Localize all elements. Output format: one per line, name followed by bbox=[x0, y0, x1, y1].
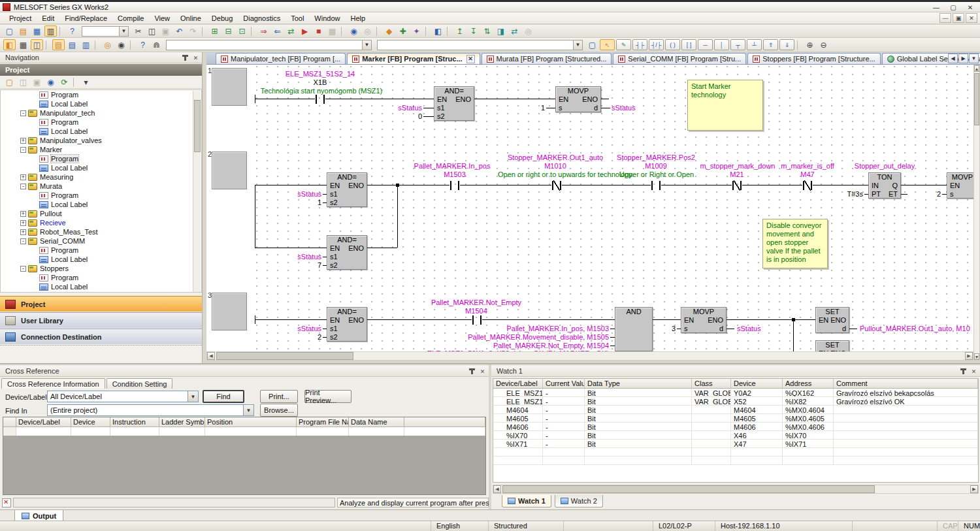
tree-resize-grip[interactable] bbox=[0, 345, 202, 347]
sort-icon[interactable]: ▾ bbox=[80, 77, 92, 88]
device-batch-icon[interactable]: ▦ bbox=[326, 25, 338, 37]
copy-data-icon[interactable]: ◫ bbox=[17, 77, 29, 88]
copy-icon[interactable]: ◫ bbox=[146, 25, 158, 37]
doc-tab[interactable]: Murata [FB] Program [Structured... ✕ bbox=[482, 53, 612, 64]
tree-expander[interactable]: - bbox=[20, 184, 26, 189]
input-var[interactable]: sStatus bbox=[285, 325, 321, 332]
ladder-editor[interactable]: 1 2 3 ELE_MSZ1_51S2_14 X1B Technológia s… bbox=[206, 65, 973, 351]
toolbar-separator[interactable] bbox=[251, 27, 255, 36]
device-comment[interactable]: Open or right or to upwards for technolo… bbox=[498, 170, 618, 178]
label-setting-icon[interactable]: ✦ bbox=[410, 25, 423, 37]
save-project-icon[interactable]: ▦ bbox=[31, 25, 43, 37]
watch-hscrollbar[interactable]: ◀ ▶ bbox=[493, 485, 979, 494]
zoom-out-icon[interactable]: ⊖ bbox=[817, 39, 830, 50]
scroll-left-icon[interactable]: ◀ bbox=[207, 352, 215, 360]
ladder-edit-up-icon[interactable]: ↥ bbox=[453, 25, 466, 37]
toolbar-separator[interactable] bbox=[341, 27, 345, 36]
tree-item[interactable]: Local Label bbox=[1, 282, 201, 291]
pin-icon[interactable] bbox=[959, 367, 968, 376]
note-display-icon[interactable]: ▥ bbox=[80, 39, 92, 50]
fb-exchange-icon[interactable]: ⇄ bbox=[508, 25, 521, 37]
browse-button[interactable]: Browse... bbox=[260, 404, 298, 417]
input-var[interactable]: sStatus bbox=[285, 253, 321, 261]
application-instruction-icon[interactable]: [ ] bbox=[681, 39, 696, 50]
device-label[interactable]: M47 bbox=[781, 170, 834, 178]
hscroll-thumb[interactable] bbox=[216, 352, 353, 360]
menu-item[interactable]: Online bbox=[175, 13, 206, 24]
undo-icon[interactable]: ↶ bbox=[173, 25, 186, 37]
input-const[interactable]: 2 bbox=[285, 333, 321, 341]
new-data-icon[interactable]: ▢ bbox=[3, 77, 16, 88]
input-const[interactable]: 1 bbox=[527, 104, 545, 112]
fb-insert-icon[interactable]: ◨ bbox=[495, 25, 507, 37]
tree-scrollbar[interactable] bbox=[193, 91, 201, 292]
maximize-button[interactable]: ▢ bbox=[945, 3, 962, 12]
scroll-up-icon[interactable]: ▲ bbox=[974, 65, 979, 72]
device-comment-display-icon[interactable]: ▤ bbox=[52, 39, 65, 50]
watch-row[interactable]: M4606 - Bit M4606 %MX0.4606 bbox=[493, 423, 978, 431]
watch-row-empty[interactable] bbox=[493, 457, 978, 465]
and-eq-block[interactable]: AND= EN ENO s1 s2 bbox=[327, 172, 367, 207]
function-block-selection-icon[interactable]: ▦ bbox=[17, 39, 29, 50]
tab-scroll-right-icon[interactable]: ▶ bbox=[958, 54, 968, 63]
tree-expander[interactable]: + bbox=[20, 138, 26, 144]
intelligent-module-icon[interactable]: ✚ bbox=[397, 25, 409, 37]
cross-reference-help-icon[interactable]: ? bbox=[137, 39, 149, 50]
toolbar-separator[interactable] bbox=[376, 27, 380, 36]
mdi-minimize-button[interactable]: — bbox=[939, 13, 951, 23]
tree-item[interactable]: Program bbox=[1, 246, 201, 255]
closed-contact-icon[interactable]: ┤/├ bbox=[649, 39, 664, 50]
input-const[interactable]: 2 bbox=[924, 190, 941, 198]
tree-expander[interactable]: + bbox=[20, 229, 26, 235]
comment-format-icon[interactable]: ◎ bbox=[101, 39, 114, 50]
cross-reference-table[interactable]: Device/Label Device Instruction Ladder S… bbox=[3, 417, 486, 495]
tree-item[interactable]: + Measuring bbox=[1, 172, 201, 182]
doc-tab[interactable]: Stoppers [FB] Program [Structure... ✕ bbox=[747, 53, 880, 64]
var-label[interactable]: Stopper_MARKER.Pos2 bbox=[604, 153, 708, 161]
menu-item[interactable]: View bbox=[149, 13, 175, 24]
input-var[interactable]: Pallet_MARKER.Not_Empty, M1504 bbox=[465, 342, 609, 349]
falling-pulse-icon[interactable]: ⇓ bbox=[779, 39, 794, 50]
print-icon[interactable]: ▥ bbox=[44, 25, 57, 37]
movp-block[interactable]: MOVP EN s bbox=[947, 172, 973, 199]
toolbar-separator[interactable] bbox=[447, 27, 451, 36]
document-icon[interactable]: ▢ bbox=[586, 39, 598, 50]
tree-item[interactable]: Program bbox=[1, 191, 201, 200]
input-var[interactable]: sStatus bbox=[285, 190, 321, 198]
interlock-edit-icon[interactable]: ✎ bbox=[616, 39, 631, 50]
tree-item[interactable]: - Serial_COMM bbox=[1, 236, 201, 246]
input-const[interactable]: 3 bbox=[644, 325, 676, 332]
data-info-icon[interactable]: ◉ bbox=[44, 77, 57, 88]
tree-item[interactable]: Program bbox=[1, 154, 201, 163]
pin-icon[interactable] bbox=[468, 367, 476, 376]
watch-row-empty[interactable] bbox=[493, 448, 978, 457]
device-find-coil-icon[interactable]: ⊟ bbox=[222, 25, 235, 37]
menu-item[interactable]: Tool bbox=[286, 13, 309, 24]
tab-list-icon[interactable]: ▼ bbox=[969, 54, 979, 63]
coil-icon[interactable]: ( ) bbox=[665, 39, 680, 50]
menu-item[interactable]: Diagnostics bbox=[238, 13, 286, 24]
chevron-down-icon[interactable]: ▼ bbox=[119, 27, 128, 36]
watch-row[interactable]: ELE_MSZ1_... - Bit VAR_GLOB... Y0A2 %QX1… bbox=[493, 389, 978, 397]
tree-expander[interactable]: + bbox=[20, 220, 26, 226]
ladder-swap-icon[interactable]: ⇅ bbox=[481, 25, 493, 37]
parameter-icon[interactable]: ◆ bbox=[383, 25, 395, 37]
var-label[interactable]: Pallet_MARKER.Not_Empty bbox=[424, 298, 529, 306]
doc-tab[interactable]: Serial_COMM [FB] Program [Stru... ✕ bbox=[613, 53, 746, 64]
find-button[interactable]: Find bbox=[203, 390, 244, 403]
watch-row[interactable]: %IX71 - Bit X47 %IX71 bbox=[493, 440, 978, 448]
tree-item[interactable]: Local Label bbox=[1, 127, 201, 136]
tree-item[interactable]: - Murata bbox=[1, 182, 201, 191]
pin-icon[interactable] bbox=[181, 54, 189, 62]
print-button[interactable]: Print... bbox=[260, 390, 298, 403]
output-var[interactable]: sStatus bbox=[612, 104, 636, 112]
tree-item[interactable]: - Stoppers bbox=[1, 264, 201, 273]
join-line-icon[interactable]: ┴ bbox=[747, 39, 762, 50]
toolbar-combobox[interactable]: ▼ bbox=[82, 26, 129, 37]
close-icon[interactable]: ✕ bbox=[970, 367, 978, 376]
tree-item[interactable]: Local Label bbox=[1, 163, 201, 172]
stop-analysis-icon[interactable] bbox=[2, 498, 11, 507]
fb-monitor-icon[interactable]: ◎ bbox=[522, 25, 534, 37]
doc-tab[interactable]: Manipulator_tech [FB] Program [... ✕ bbox=[216, 53, 346, 64]
open-contact-icon[interactable]: ┤├ bbox=[632, 39, 647, 50]
